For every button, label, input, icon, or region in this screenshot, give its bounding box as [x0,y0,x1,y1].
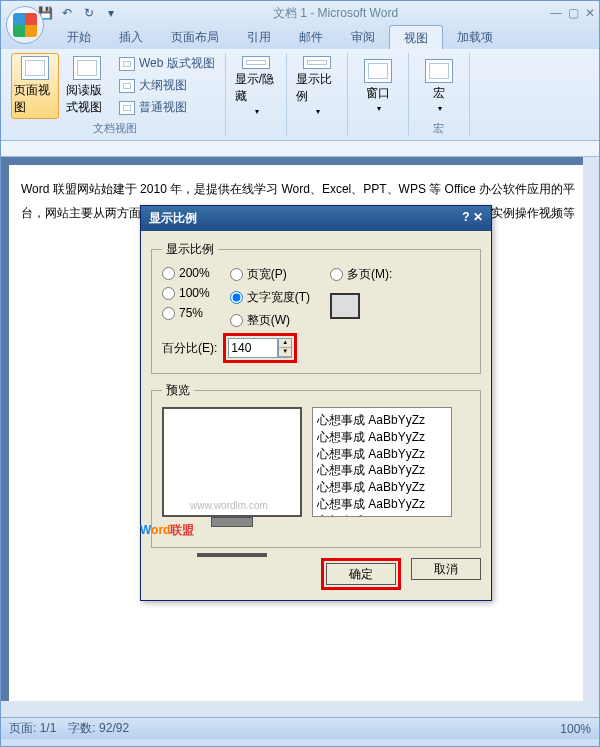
ruler [1,141,599,157]
tab-mail[interactable]: 邮件 [285,25,337,49]
show-hide-button[interactable]: 显示/隐藏▾ [232,53,280,119]
normal-view-button[interactable]: 普通视图 [115,97,219,118]
radio-100[interactable]: 100% [162,286,210,300]
outline-view-icon [119,79,135,93]
zoom-button[interactable]: 显示比例▾ [293,53,341,119]
tab-layout[interactable]: 页面布局 [157,25,233,49]
reading-view-button[interactable]: 阅读版式视图 [63,53,111,119]
preview-sample: 心想事成 AaBbYyZz 心想事成 AaBbYyZz 心想事成 AaBbYyZ… [312,407,452,517]
percent-label: 百分比(E): [162,340,217,357]
close-icon[interactable]: ✕ [585,6,595,20]
reading-view-icon [73,56,101,80]
titlebar: 💾 ↶ ↻ ▾ 文档 1 - Microsoft Word — ▢ ✕ [1,1,599,25]
normal-view-label: 普通视图 [139,99,187,116]
chevron-down-icon: ▾ [255,107,259,116]
zoom-dialog: 显示比例 ? ✕ 显示比例 200% 100% 75% 页宽(P) 文字宽度(T… [140,205,492,601]
window-icon [364,59,392,83]
dialog-titlebar[interactable]: 显示比例 ? ✕ [141,206,491,231]
dialog-close-icon[interactable]: ✕ [473,210,483,224]
tab-references[interactable]: 引用 [233,25,285,49]
percent-spinner[interactable]: ▲▼ [278,338,292,358]
macro-icon [425,59,453,83]
horizontal-scrollbar[interactable] [1,701,583,717]
zoom-fieldset-legend: 显示比例 [162,241,218,258]
statusbar: 页面: 1/1 字数: 92/92 100% [1,717,599,739]
vertical-scrollbar[interactable] [583,157,599,717]
tab-addins[interactable]: 加载项 [443,25,507,49]
window-label: 窗口 [366,85,390,102]
qat-menu-icon[interactable]: ▾ [101,3,121,23]
page-view-icon [21,56,49,80]
web-view-label: Web 版式视图 [139,55,215,72]
macro-button[interactable]: 宏▾ [415,53,463,119]
ribbon: 页面视图 阅读版式视图 Web 版式视图 大纲视图 普通视图 文档视图 显示/隐… [1,49,599,141]
preview-legend: 预览 [162,382,194,399]
radio-75[interactable]: 75% [162,306,210,320]
chevron-down-icon: ▾ [316,107,320,116]
zoom-fieldset: 显示比例 200% 100% 75% 页宽(P) 文字宽度(T) 整页(W) 多… [151,241,481,374]
chevron-down-icon: ▾ [377,104,381,113]
macro-group-label: 宏 [433,119,444,138]
status-page[interactable]: 页面: 1/1 [9,720,56,737]
minimize-icon[interactable]: — [550,6,562,20]
dialog-title: 显示比例 [149,210,197,227]
preview-fieldset: 预览 心想事成 AaBbYyZz 心想事成 AaBbYyZz 心想事成 AaBb… [151,382,481,548]
zoom-label: 显示比例 [296,71,338,105]
multipage-icon[interactable] [330,293,360,319]
tab-insert[interactable]: 插入 [105,25,157,49]
web-view-button[interactable]: Web 版式视图 [115,53,219,74]
window-title: 文档 1 - Microsoft Word [121,5,550,22]
undo-icon[interactable]: ↶ [57,3,77,23]
web-view-icon [119,57,135,71]
help-icon[interactable]: ? [462,210,469,224]
radio-textwidth[interactable]: 文字宽度(T) [230,289,310,306]
status-words[interactable]: 字数: 92/92 [68,720,129,737]
page-view-button[interactable]: 页面视图 [11,53,59,119]
page-view-label: 页面视图 [14,82,56,116]
ribbon-tabs: 开始 插入 页面布局 引用 邮件 审阅 视图 加载项 [1,25,599,49]
normal-view-icon [119,101,135,115]
outline-view-label: 大纲视图 [139,77,187,94]
cancel-button[interactable]: 取消 [411,558,481,580]
chevron-down-icon: ▾ [438,104,442,113]
radio-pagewidth[interactable]: 页宽(P) [230,266,310,283]
redo-icon[interactable]: ↻ [79,3,99,23]
office-button[interactable] [6,6,44,44]
radio-200[interactable]: 200% [162,266,210,280]
status-zoom[interactable]: 100% [560,722,591,736]
preview-monitor-icon [162,407,302,517]
doc-views-group-label: 文档视图 [93,119,137,138]
tab-home[interactable]: 开始 [53,25,105,49]
show-hide-label: 显示/隐藏 [235,71,277,105]
outline-view-button[interactable]: 大纲视图 [115,75,219,96]
reading-view-label: 阅读版式视图 [66,82,108,116]
tab-review[interactable]: 审阅 [337,25,389,49]
office-logo-icon [13,13,37,37]
zoom-icon [303,56,331,69]
radio-wholepage[interactable]: 整页(W) [230,312,310,329]
percent-input[interactable] [228,338,278,358]
maximize-icon[interactable]: ▢ [568,6,579,20]
show-hide-icon [242,56,270,69]
ok-button[interactable]: 确定 [326,563,396,585]
window-button[interactable]: 窗口▾ [354,53,402,119]
macro-label: 宏 [433,85,445,102]
tab-view[interactable]: 视图 [389,25,443,49]
radio-multipage[interactable]: 多页(M): [330,266,392,283]
